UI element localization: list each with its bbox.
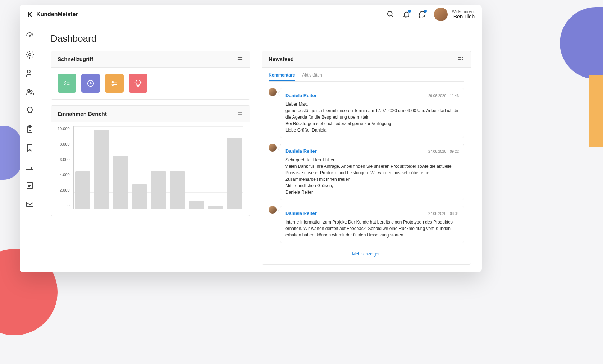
revenue-card: Einnahmen Bericht 10.0008.0006.0004.0002…: [51, 105, 250, 216]
sidebar-item-dashboard[interactable]: [26, 32, 34, 40]
chart: 10.0008.0006.0004.0002.0000: [51, 122, 250, 216]
clock-icon: [87, 79, 95, 87]
feed-text: Interne Information zum Projekt: Der Kun…: [285, 219, 459, 238]
drag-handle-icon[interactable]: [238, 112, 243, 116]
gauge-icon: [26, 32, 34, 40]
sidebar-item-user[interactable]: [26, 69, 34, 78]
feed-author[interactable]: Daniela Reiter: [285, 93, 317, 98]
newsfeed-body: Kommentare Aktivitäten Daniela Reiter 29…: [262, 68, 471, 264]
svg-point-24: [112, 82, 114, 83]
feed-author[interactable]: Daniela Reiter: [285, 148, 317, 154]
feed-head: Daniela Reiter 27.06.202009:22: [285, 148, 459, 154]
feed-avatar: [269, 88, 277, 96]
bar: [113, 156, 128, 209]
sidebar-item-news[interactable]: [26, 181, 34, 190]
feed-time: 09:22: [450, 149, 459, 153]
drag-handle-icon[interactable]: [458, 57, 464, 61]
y-tick: 2.000: [58, 188, 70, 192]
feed-text: Lieber Max, gerne bestätige ich hiermit …: [285, 101, 459, 133]
welcome-label: Willkommen,: [452, 9, 475, 14]
svg-point-0: [388, 11, 392, 16]
user-name: Ben Lieb: [452, 14, 475, 19]
page-title: Dashboard: [51, 33, 471, 44]
y-axis: 10.0008.0006.0004.0002.0000: [58, 126, 73, 209]
feed-item: Daniela Reiter 27.06.202009:22 Sehr geeh…: [280, 144, 464, 200]
user-menu[interactable]: Willkommen, Ben Lieb: [434, 8, 475, 21]
sidebar-item-mail[interactable]: [26, 200, 34, 208]
checklist-icon: [63, 79, 71, 87]
newspaper-icon: [26, 181, 34, 190]
feed-time: 08:34: [450, 212, 459, 216]
left-column: Schnellzugriff: [51, 51, 250, 265]
content-grid: Schnellzugriff: [51, 51, 471, 265]
bar: [227, 138, 242, 209]
sidebar-item-ideas[interactable]: [26, 106, 34, 115]
tabs: Kommentare Aktivitäten: [269, 73, 464, 82]
sidebar-item-team[interactable]: [26, 88, 34, 96]
feed-time: 11:46: [450, 94, 459, 98]
bars: [74, 126, 243, 209]
decorative-shape: [0, 126, 22, 180]
feed-date: 27.06.2020: [428, 212, 446, 216]
sidebar-item-settings[interactable]: [26, 50, 34, 59]
clipboard-icon: [26, 125, 34, 134]
svg-point-3: [29, 54, 31, 56]
sidebar-item-bookmark[interactable]: [26, 144, 34, 152]
bar: [151, 171, 166, 209]
card-body: [51, 68, 250, 99]
sidebar: [20, 24, 40, 272]
decorative-shape: [589, 75, 603, 147]
feed-avatar: [269, 144, 277, 152]
main: Dashboard Schnellzugriff: [40, 24, 482, 272]
bar: [94, 130, 109, 209]
quick-tile-checklist[interactable]: [58, 74, 76, 93]
card-header: Newsfeed: [262, 51, 471, 68]
feed-date: 29.06.2020: [428, 94, 446, 98]
brand-name: KundenMeister: [36, 11, 78, 18]
card-header: Schnellzugriff: [51, 51, 250, 68]
show-more-link[interactable]: Mehr anzeigen: [269, 249, 464, 259]
quick-tiles: [58, 74, 243, 93]
y-tick: 4.000: [58, 172, 70, 177]
lightbulb-icon: [26, 106, 34, 115]
chat-icon[interactable]: [418, 10, 426, 18]
bell-icon[interactable]: [402, 10, 410, 18]
feed-meta: 27.06.202009:22: [428, 149, 459, 153]
bar: [208, 206, 223, 209]
sidebar-item-clipboard[interactable]: [26, 125, 34, 134]
newsfeed-card: Newsfeed Kommentare Aktivitäten Daniela …: [262, 51, 471, 265]
feed-item: Daniela Reiter 27.06.202008:34 Interne I…: [280, 206, 464, 243]
feed-timeline: Daniela Reiter 29.06.202011:46 Lieber Ma…: [269, 88, 464, 243]
body: Dashboard Schnellzugriff: [20, 24, 482, 272]
y-tick: 0: [58, 203, 70, 208]
sidebar-item-reports[interactable]: [26, 162, 34, 171]
quick-tile-lightbulb[interactable]: [129, 74, 147, 93]
feed-meta: 29.06.202011:46: [428, 94, 459, 98]
svg-point-26: [112, 84, 114, 86]
bar: [189, 201, 204, 209]
app-window: KundenMeister Willkommen, Ben Lieb: [20, 5, 482, 272]
quick-access-card: Schnellzugriff: [51, 51, 250, 100]
feed-date: 27.06.2020: [428, 149, 446, 153]
tab-activities[interactable]: Aktivitäten: [302, 73, 322, 81]
feed-head: Daniela Reiter 27.06.202008:34: [285, 211, 459, 216]
feed-card: Daniela Reiter 27.06.202008:34 Interne I…: [280, 206, 464, 243]
search-icon[interactable]: [387, 10, 394, 18]
quick-tile-clock[interactable]: [81, 74, 100, 93]
feed-author[interactable]: Daniela Reiter: [285, 211, 317, 216]
card-title: Einnahmen Bericht: [58, 111, 107, 117]
chat-dot: [424, 10, 427, 13]
svg-line-1: [392, 15, 393, 17]
card-title: Schnellzugriff: [58, 56, 93, 62]
user-minus-icon: [26, 69, 34, 78]
quick-tile-sliders[interactable]: [105, 74, 124, 93]
tab-comments[interactable]: Kommentare: [269, 73, 295, 81]
logo[interactable]: KundenMeister: [27, 11, 78, 18]
bar-chart-icon: [26, 162, 34, 171]
y-tick: 6.000: [58, 157, 70, 162]
header-actions: Willkommen, Ben Lieb: [387, 8, 475, 21]
drag-handle-icon[interactable]: [238, 57, 243, 61]
header: KundenMeister Willkommen, Ben Lieb: [20, 5, 482, 24]
bar: [170, 171, 185, 209]
feed-card: Daniela Reiter 29.06.202011:46 Lieber Ma…: [280, 88, 464, 138]
